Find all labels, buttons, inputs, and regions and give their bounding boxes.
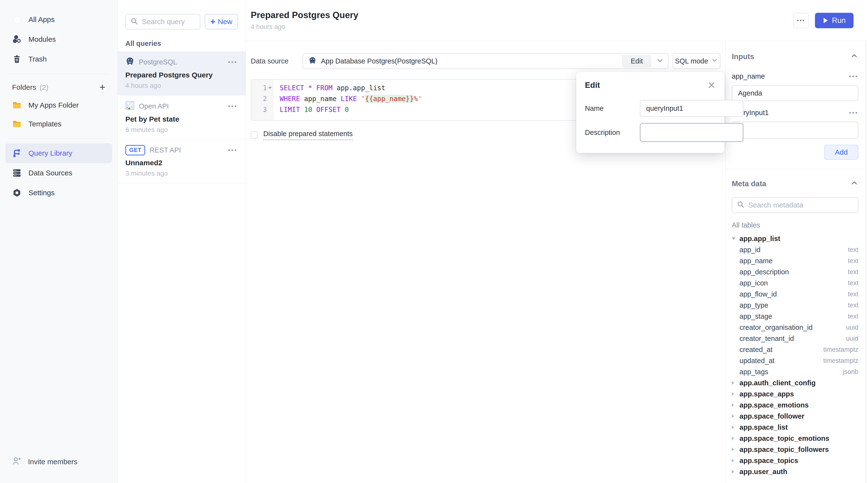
query-panel-toolbar: + New [118,0,246,29]
query-item-timestamp: 6 minutes ago [125,126,238,134]
table-row-collapsed[interactable]: app.space_apps [732,388,858,399]
workspace: Prepared Postgres Query 4 hours ago ••• … [246,0,868,483]
sidebar-item-query-library[interactable]: Query Library [5,143,112,163]
disable-prepared-statements-label: Disable prepared statements [263,130,353,140]
column-name: app_tags [740,368,768,376]
table-row-collapsed[interactable]: app.space_topic_emotions [732,433,858,444]
table-column-row[interactable]: app_stagetext [732,311,858,322]
edit-data-source-button[interactable]: Edit [622,55,651,67]
table-row-collapsed[interactable]: app.auth_client_config [732,377,858,388]
column-type: text [848,246,858,253]
sidebar-item-trash[interactable]: Trash [5,49,112,69]
query-type-label: PostgreSQL [139,58,177,66]
app-sidebar: All Apps Modules Trash Folders ( [0,0,118,483]
table-column-row[interactable]: creator_tenant_iduuid [732,333,858,344]
query-item-kebab-icon[interactable]: ••• [228,146,238,154]
name-field-row: Name [585,100,716,117]
metadata-search-input[interactable] [748,201,854,209]
table-column-row[interactable]: creator_organisation_iduuid [732,322,858,333]
sidebar-item-my-apps-folder[interactable]: My Apps Folder [5,96,112,114]
column-type: uuid [846,335,858,342]
run-button[interactable]: Run [815,13,854,28]
table-column-row[interactable]: app_typetext [732,300,858,311]
table-name: app.auth_client_config [740,379,816,387]
table-row-collapsed[interactable]: app.space_list [732,422,858,433]
table-column-row[interactable]: app_descriptiontext [732,266,858,277]
query-list-item-prepared-postgres[interactable]: PostgreSQL ••• Prepared Postgres Query 4… [118,51,246,95]
input-field-kebab-icon[interactable]: ••• [849,72,858,80]
table-row-collapsed[interactable]: app.user_auth [732,466,858,477]
chevron-up-icon[interactable] [850,52,858,62]
editor-code[interactable]: SELECT * FROM app.app_listWHERE app_name… [273,80,422,120]
add-input-button[interactable]: Add [824,145,858,160]
column-type: text [848,291,858,298]
new-query-button[interactable]: + New [205,14,238,29]
add-folder-button[interactable]: + [99,83,105,92]
table-column-row[interactable]: app_nametext [732,255,858,266]
name-field-input[interactable] [640,100,743,117]
table-column-row[interactable]: updated_attimestamptz [732,355,858,366]
query-list-item-pet-by-pet-state[interactable]: Open API ••• Pet by Pet state 6 minutes … [118,95,246,140]
postgresql-icon [125,57,134,67]
query-search-input[interactable] [142,18,195,26]
table-name: app.space_emotions [740,401,809,409]
sidebar-item-data-sources[interactable]: Data Sources [5,163,112,183]
table-column-row[interactable]: app_idtext [732,244,858,255]
table-column-row[interactable]: created_attimestamptz [732,344,858,355]
sql-mode-select[interactable]: SQL mode [673,53,720,69]
sidebar-item-label: Modules [28,35,56,43]
triangle-right-icon [732,436,734,440]
app-name-input[interactable] [732,85,858,101]
folders-count: (2) [39,83,49,91]
sidebar-item-settings[interactable]: Settings [5,183,112,203]
table-name: app.space_topics [740,457,798,465]
input-field-kebab-icon[interactable]: ••• [849,109,858,117]
table-row-expanded[interactable]: app.app_list [732,233,858,244]
metadata-search-box[interactable] [732,197,858,213]
query-list-item-unnamed2[interactable]: GET REST API ••• Unnamed2 3 minutes ago [118,140,246,183]
table-column-row[interactable]: app_flow_idtext [732,289,858,300]
fold-arrow-icon[interactable] [268,87,272,89]
table-row-collapsed[interactable]: app.space_follower [732,411,858,422]
triangle-down-icon [732,237,736,240]
all-tables-label: All tables [732,221,858,229]
table-column-row[interactable]: app_tagsjsonb [732,366,858,377]
description-field-row: Description [585,123,716,142]
get-method-badge: GET [125,145,145,155]
code-line[interactable]: LIMIT 10 OFFSET 0 [280,104,422,115]
query-input1-input[interactable] [732,122,858,139]
description-field-input[interactable] [640,123,743,142]
column-name: app_description [740,268,789,276]
table-row-collapsed[interactable]: app.space_topic_followers [732,444,858,455]
data-source-value: App Database Postgres(PostgreSQL) [321,57,438,65]
code-line[interactable]: SELECT * FROM app.app_list [280,83,422,93]
folders-label: Folders [12,83,36,91]
code-line[interactable]: WHERE app_name LIKE '{{app_name}}%' [280,93,422,104]
chevron-up-icon[interactable] [850,179,858,189]
chevron-down-icon[interactable] [656,56,664,66]
input-field-label: app_name [732,72,765,80]
editor-gutter: 123 [251,80,273,120]
table-column-row[interactable]: app_icontext [732,277,858,289]
query-item-kebab-icon[interactable]: ••• [228,102,238,110]
data-source-select[interactable]: App Database Postgres(PostgreSQL) Edit [303,53,669,69]
input-field-label-row: app_name ••• [732,72,858,80]
data-source-label: Data source [251,57,303,65]
sidebar-item-modules[interactable]: Modules [5,29,112,49]
column-name: created_at [740,346,773,354]
query-search-box[interactable] [125,14,200,29]
table-row-collapsed[interactable]: app.space_emotions [732,399,858,411]
sidebar-item-all-apps[interactable]: All Apps [5,10,112,29]
line-number[interactable]: 3 [251,104,273,115]
column-name: app_name [740,257,773,265]
sidebar-item-templates[interactable]: Templates [5,115,112,133]
table-row-collapsed[interactable]: app.space_topics [732,455,858,466]
line-number[interactable]: 2 [251,93,273,104]
close-icon[interactable] [707,81,716,89]
invite-members-button[interactable]: Invite members [5,453,112,471]
query-item-kebab-icon[interactable]: ••• [228,58,238,66]
disable-prepared-statements-checkbox[interactable] [251,131,258,139]
image-placeholder-icon [125,101,134,112]
header-kebab-button[interactable]: ••• [793,13,809,28]
line-number[interactable]: 1 [251,83,273,93]
